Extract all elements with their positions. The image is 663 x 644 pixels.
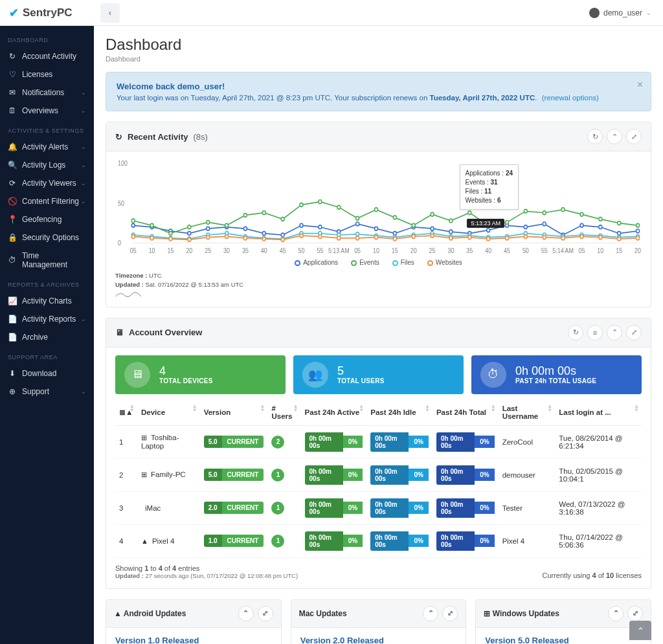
sidebar-item-download[interactable]: ⬇Download — [0, 364, 94, 383]
table-header[interactable]: Last login at ...▲▼ — [555, 399, 642, 426]
row-index: 1 — [115, 425, 137, 458]
table-header[interactable]: Past 24h Active▲▼ — [301, 399, 367, 426]
svg-text:05: 05 — [354, 247, 361, 255]
chart-legend: ApplicationsEventsFilesWebsites — [115, 259, 642, 266]
panel-expand-button[interactable]: ⤢ — [258, 606, 273, 621]
svg-point-51 — [487, 228, 490, 232]
sidebar-item-activity-logs[interactable]: 🔍Activity Logs⌄ — [0, 156, 94, 174]
svg-point-85 — [599, 217, 602, 221]
panel-expand-button[interactable]: ⤢ — [627, 606, 643, 621]
svg-point-53 — [524, 225, 527, 229]
table-header[interactable]: Device▲▼ — [137, 399, 200, 426]
chevron-down-icon: ⌄ — [81, 180, 86, 186]
svg-point-42 — [319, 225, 322, 229]
nav-icon: 🔒 — [8, 233, 17, 242]
sidebar-item-support[interactable]: ⊕Support⌄ — [0, 383, 94, 401]
svg-point-36 — [207, 227, 210, 230]
table-header[interactable]: Past 24h Total▲▼ — [433, 399, 499, 426]
sidebar-item-licenses[interactable]: ♡Licenses — [0, 65, 94, 83]
sidebar-item-security-options[interactable]: 🔒Security Options — [0, 228, 94, 247]
svg-text:10: 10 — [373, 247, 379, 255]
svg-point-65 — [225, 223, 229, 227]
scroll-top-button[interactable]: ⌃ — [629, 621, 651, 640]
svg-text:20: 20 — [186, 247, 192, 255]
table-row[interactable]: 1⊞Toshiba-Laptop5.0CURRENT20h 00m 00s0%0… — [115, 425, 642, 458]
sidebar-collapse-button[interactable]: ‹ — [100, 3, 120, 23]
update-card-mac: Mac Updates⌃⤢Version 2.0 Released05-04-2… — [291, 599, 467, 644]
panel-list-button[interactable]: ≡ — [587, 325, 603, 340]
sidebar-item-content-filtering[interactable]: 🚫Content Filtering⌄ — [0, 192, 94, 210]
svg-point-57 — [599, 225, 602, 229]
chart-tooltip: Applications : 24 Events : 31 Files : 11… — [460, 164, 519, 210]
svg-text:50: 50 — [298, 247, 305, 255]
legend-item[interactable]: Events — [351, 259, 379, 266]
panel-expand-button[interactable]: ⤢ — [442, 606, 458, 621]
stat-card-users[interactable]: 👥5TOTAL USERS — [293, 355, 464, 394]
svg-point-120 — [207, 236, 210, 239]
user-menu[interactable]: demo_user ⌄ — [578, 8, 663, 18]
panel-expand-button[interactable]: ⤢ — [626, 325, 642, 340]
legend-item[interactable]: Applications — [295, 259, 338, 266]
sidebar-item-activity-charts[interactable]: 📈Activity Charts — [0, 292, 94, 310]
nav-icon: 🚫 — [8, 197, 17, 206]
svg-point-140 — [580, 235, 583, 239]
panel-refresh-button[interactable]: ↻ — [587, 129, 603, 144]
svg-point-59 — [636, 229, 640, 233]
stat-card-laptop[interactable]: 🖥4TOTAL DEVICES — [115, 355, 286, 394]
svg-text:15: 15 — [616, 247, 622, 255]
svg-point-54 — [543, 222, 546, 226]
panel-refresh-button[interactable]: ↻ — [568, 325, 583, 340]
table-header[interactable]: Past 24h Idle▲▼ — [366, 399, 433, 426]
table-row[interactable]: 3iMac2.0CURRENT10h 00m 00s0%0h 00m 00s0%… — [115, 491, 642, 524]
last-login: Thu, 02/05/2015 @ 10:04:1 — [555, 458, 642, 491]
table-header[interactable]: Last Username▲▼ — [499, 399, 556, 426]
panel-collapse-button[interactable]: ⌃ — [238, 606, 254, 621]
sidebar: DASHBOARD↻Account Activity♡Licenses✉Noti… — [0, 0, 94, 644]
table-header[interactable]: # Users▲▼ — [267, 399, 300, 426]
sidebar-item-notifications[interactable]: ✉Notifications⌄ — [0, 83, 94, 102]
legend-item[interactable]: Files — [392, 259, 414, 266]
panel-collapse-button[interactable]: ⌃ — [608, 606, 624, 621]
sidebar-item-archive[interactable]: 📄Archive — [0, 328, 94, 346]
topbar: ✔ SentryPC ‹ demo_user ⌄ — [0, 0, 663, 26]
sidebar-item-account-activity[interactable]: ↻Account Activity — [0, 47, 94, 65]
svg-point-46 — [393, 232, 396, 236]
table-row[interactable]: 2⊞Family-PC5.0CURRENT10h 00m 00s0%0h 00m… — [115, 458, 642, 491]
svg-text:10: 10 — [149, 247, 155, 255]
panel-collapse-button[interactable]: ⌃ — [423, 606, 438, 621]
stat-value: 4 — [159, 365, 213, 378]
table-row[interactable]: 4▲Pixel 41.0CURRENT10h 00m 00s0%0h 00m 0… — [115, 524, 642, 557]
svg-point-76 — [431, 212, 434, 216]
stat-card-stopwatch[interactable]: ⏱0h 00m 00sPAST 24h TOTAL USAGE — [471, 355, 642, 394]
legend-item[interactable]: Websites — [427, 259, 462, 266]
svg-point-121 — [225, 235, 229, 239]
sidebar-item-activity-viewers[interactable]: ⟳Activity Viewers⌄ — [0, 174, 94, 192]
svg-point-45 — [374, 227, 377, 230]
svg-text:5:14 AM: 5:14 AM — [552, 247, 574, 255]
nav-icon: 🔔 — [8, 142, 17, 151]
sidebar-item-activity-alerts[interactable]: 🔔Activity Alerts⌄ — [0, 138, 94, 156]
user-count-badge: 1 — [271, 469, 284, 482]
svg-point-78 — [468, 211, 471, 215]
close-icon[interactable]: × — [637, 79, 643, 91]
sidebar-item-time-management[interactable]: ⏱Time Management — [0, 247, 94, 274]
stat-label: PAST 24h TOTAL USAGE — [515, 377, 596, 384]
svg-point-56 — [580, 223, 583, 227]
chevron-down-icon: ⌄ — [81, 107, 86, 114]
panel-expand-button[interactable]: ⤢ — [626, 129, 642, 144]
sidebar-item-geofencing[interactable]: 📍Geofencing — [0, 210, 94, 228]
renewal-options-link[interactable]: (renewal options) — [542, 94, 599, 102]
table-header[interactable]: Version▲▼ — [200, 399, 268, 426]
recent-activity-title: Recent Activity — [128, 132, 188, 142]
sidebar-section-label: SUPPORT AREA — [0, 346, 94, 364]
sidebar-item-activity-reports[interactable]: 📄Activity Reports⌄ — [0, 310, 94, 328]
svg-text:35: 35 — [242, 247, 249, 255]
sidebar-item-overviews[interactable]: 🗓Overviews⌄ — [0, 102, 94, 120]
svg-point-139 — [561, 236, 565, 240]
panel-collapse-button[interactable]: ⌃ — [607, 129, 622, 144]
brand-logo[interactable]: ✔ SentryPC — [0, 6, 94, 20]
nav-icon: ↻ — [8, 52, 17, 61]
chevron-left-icon: ‹ — [109, 8, 111, 17]
panel-collapse-button[interactable]: ⌃ — [607, 325, 622, 340]
table-header[interactable]: ≣▲▲▼ — [115, 399, 137, 426]
